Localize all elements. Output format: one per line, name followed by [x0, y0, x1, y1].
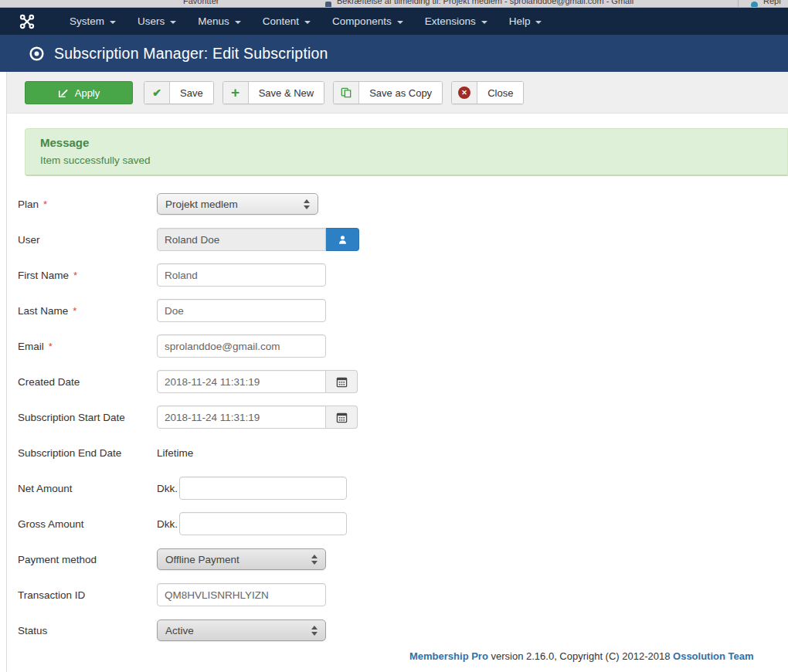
- form-row-net-amount: Net Amount Dkk.: [18, 477, 788, 500]
- user-icon: [337, 234, 348, 246]
- net-amount-input[interactable]: [179, 477, 347, 500]
- apply-label: Apply: [75, 87, 100, 99]
- chevron-down-icon: [304, 21, 311, 24]
- menu-item-users[interactable]: Users: [127, 8, 187, 35]
- message-body: Item successfully saved: [40, 154, 773, 166]
- menu-item-label: Content: [263, 15, 299, 27]
- menu-item-help[interactable]: Help: [498, 8, 553, 35]
- form-row-user: User: [18, 228, 788, 251]
- created-date-calendar-button[interactable]: [326, 370, 358, 393]
- ossolution-team-link[interactable]: Ossolution Team: [673, 650, 754, 662]
- first-name-input[interactable]: [157, 263, 326, 287]
- email-input[interactable]: [157, 334, 326, 358]
- calendar-icon: [336, 412, 348, 423]
- copy-icon: [341, 87, 352, 98]
- close-button[interactable]: ✕ Close: [451, 81, 524, 104]
- toolbar: Apply ✔ Save + Save & New Save as Copy ✕…: [7, 72, 788, 114]
- payment-method-value: Offline Payment: [165, 554, 305, 565]
- chevron-down-icon: [170, 21, 176, 24]
- user-input[interactable]: [157, 228, 326, 251]
- page-title: Subscription Manager: Edit Subscription: [54, 45, 328, 63]
- form-row-email: Email*: [18, 334, 788, 358]
- chevron-down-icon: [110, 21, 116, 24]
- close-circle-icon: ✕: [458, 87, 470, 99]
- menu-item-content[interactable]: Content: [252, 8, 321, 35]
- menu-item-menus[interactable]: Menus: [187, 8, 252, 35]
- menu-item-label: Users: [138, 15, 165, 27]
- menu-item-label: Help: [509, 15, 531, 27]
- pin-icon: [325, 2, 331, 8]
- menu-item-label: Components: [332, 15, 392, 27]
- currency-prefix: Dkk.: [157, 483, 178, 494]
- created-date-input[interactable]: [157, 370, 326, 393]
- save-and-new-label: Save & New: [249, 82, 324, 104]
- chevron-down-icon: [397, 21, 403, 24]
- divider: [738, 0, 739, 8]
- last-name-input[interactable]: [157, 299, 326, 322]
- field-label: Subscription Start Date: [18, 412, 157, 423]
- end-date-value: Lifetime: [157, 447, 193, 459]
- field-label: Transaction ID: [18, 589, 157, 601]
- save-as-copy-button[interactable]: Save as Copy: [333, 81, 443, 104]
- admin-screen: Favoritter Bekræftelse af tilmelding til…: [0, 0, 788, 672]
- menu-item-system[interactable]: System: [59, 8, 127, 35]
- chevron-down-icon: [481, 21, 487, 24]
- form-row-end-date: Subscription End Date Lifetime: [18, 441, 788, 464]
- save-label: Save: [170, 82, 213, 104]
- chevron-down-icon: [535, 21, 542, 24]
- payment-method-select[interactable]: Offline Payment: [157, 548, 326, 570]
- field-label: Created Date: [18, 376, 157, 388]
- status-select[interactable]: Active: [157, 619, 326, 641]
- bookmarks-right-label[interactable]: Repl: [763, 0, 781, 5]
- plan-select[interactable]: Projekt medlem: [157, 193, 318, 215]
- field-label: Email*: [18, 341, 157, 352]
- form-row-gross-amount: Gross Amount Dkk.: [18, 512, 788, 535]
- gross-amount-input[interactable]: [179, 512, 347, 535]
- membership-pro-link[interactable]: Membership Pro: [409, 650, 488, 662]
- field-label: Status: [18, 625, 157, 636]
- required-mark: *: [73, 305, 76, 317]
- save-button[interactable]: ✔ Save: [144, 81, 214, 104]
- form-row-start-date: Subscription Start Date: [18, 406, 788, 429]
- select-arrows-icon: [304, 199, 310, 209]
- field-label: First Name*: [18, 270, 157, 281]
- chevron-down-icon: [235, 21, 241, 24]
- success-message: Message Item successfully saved: [25, 128, 788, 176]
- select-user-button[interactable]: [326, 228, 359, 251]
- window-edge-line: [6, 72, 7, 672]
- apply-button[interactable]: Apply: [25, 81, 133, 104]
- component-footer: Membership Pro version 2.16.0, Copyright…: [409, 650, 754, 662]
- transaction-id-input[interactable]: [157, 583, 326, 606]
- select-arrows-icon: [311, 555, 318, 565]
- status-value: Active: [165, 625, 305, 636]
- menu-item-extensions[interactable]: Extensions: [414, 8, 498, 35]
- start-date-calendar-button[interactable]: [326, 406, 358, 429]
- form-row-plan: Plan* Projekt medlem: [18, 192, 788, 216]
- subscription-form: Plan* Projekt medlem User: [18, 192, 788, 642]
- browser-tab-title[interactable]: Bekræftelse af tilmelding til: Projekt m…: [337, 0, 633, 5]
- menu-item-components[interactable]: Components: [321, 8, 414, 35]
- joomla-logo-icon: [19, 13, 36, 30]
- admin-menu: System Users Menus Content Components Ex…: [59, 8, 552, 35]
- save-as-copy-label: Save as Copy: [359, 82, 442, 104]
- field-label: Plan*: [18, 199, 157, 210]
- form-row-transaction-id: Transaction ID: [18, 583, 788, 606]
- menu-item-label: Extensions: [425, 15, 476, 27]
- field-label: User: [18, 234, 157, 246]
- start-date-input[interactable]: [157, 406, 326, 429]
- form-row-status: Status Active: [18, 619, 788, 642]
- currency-prefix: Dkk.: [157, 518, 178, 530]
- check-icon: ✔: [152, 87, 161, 99]
- form-row-created-date: Created Date: [18, 370, 788, 393]
- dot-circle-icon: [29, 46, 45, 62]
- bookmarks-favorites-label[interactable]: Favoritter: [183, 0, 219, 5]
- form-row-first-name: First Name*: [18, 263, 788, 287]
- pencil-square-icon: [58, 87, 69, 98]
- required-mark: *: [43, 199, 47, 210]
- field-label: Gross Amount: [18, 518, 157, 530]
- close-label: Close: [477, 82, 523, 104]
- plan-select-value: Projekt medlem: [165, 199, 297, 210]
- admin-navbar: System Users Menus Content Components Ex…: [0, 8, 788, 35]
- globe-icon: [751, 2, 758, 8]
- save-and-new-button[interactable]: + Save & New: [222, 81, 325, 104]
